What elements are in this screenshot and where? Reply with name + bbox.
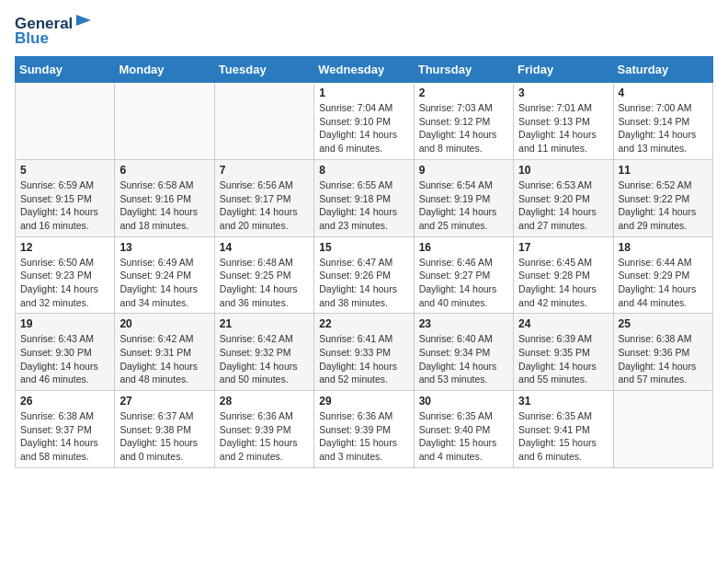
day-number: 31 <box>518 395 608 408</box>
weekday-header-monday: Monday <box>115 57 214 83</box>
day-number: 23 <box>419 317 508 330</box>
calendar-cell: 21Sunrise: 6:42 AMSunset: 9:32 PMDayligh… <box>214 314 313 391</box>
day-info: Sunrise: 6:47 AMSunset: 9:26 PMDaylight:… <box>319 256 408 310</box>
day-number: 7 <box>220 164 309 177</box>
weekday-header-sunday: Sunday <box>16 57 115 83</box>
day-number: 22 <box>319 317 408 330</box>
day-number: 10 <box>518 164 608 177</box>
day-info: Sunrise: 7:04 AMSunset: 9:10 PMDaylight:… <box>319 101 408 155</box>
calendar-cell: 29Sunrise: 6:36 AMSunset: 9:39 PMDayligh… <box>314 391 414 468</box>
day-number: 25 <box>619 317 708 330</box>
day-number: 12 <box>20 241 109 254</box>
day-info: Sunrise: 6:42 AMSunset: 9:31 PMDaylight:… <box>119 332 209 386</box>
calendar-cell: 23Sunrise: 6:40 AMSunset: 9:34 PMDayligh… <box>414 314 513 391</box>
day-number: 13 <box>119 241 209 254</box>
day-number: 15 <box>319 241 408 254</box>
day-number: 26 <box>20 395 109 408</box>
calendar-week-row: 12Sunrise: 6:50 AMSunset: 9:23 PMDayligh… <box>16 236 713 314</box>
day-info: Sunrise: 6:35 AMSunset: 9:41 PMDaylight:… <box>518 409 608 464</box>
day-number: 2 <box>419 86 508 99</box>
day-number: 21 <box>220 317 309 330</box>
weekday-header-tuesday: Tuesday <box>214 57 313 83</box>
day-number: 30 <box>419 395 508 408</box>
day-number: 5 <box>20 164 109 177</box>
day-info: Sunrise: 6:46 AMSunset: 9:27 PMDaylight:… <box>419 256 508 310</box>
day-info: Sunrise: 6:44 AMSunset: 9:29 PMDaylight:… <box>619 256 708 310</box>
calendar-cell: 5Sunrise: 6:59 AMSunset: 9:15 PMDaylight… <box>16 159 115 236</box>
day-info: Sunrise: 7:03 AMSunset: 9:12 PMDaylight:… <box>419 101 508 155</box>
calendar-cell: 30Sunrise: 6:35 AMSunset: 9:40 PMDayligh… <box>414 391 513 468</box>
day-info: Sunrise: 6:35 AMSunset: 9:40 PMDaylight:… <box>419 409 508 464</box>
day-number: 20 <box>119 317 209 330</box>
logo-flag-icon <box>74 13 93 31</box>
day-number: 24 <box>518 317 608 330</box>
day-info: Sunrise: 6:43 AMSunset: 9:30 PMDaylight:… <box>20 332 109 386</box>
calendar-cell: 18Sunrise: 6:44 AMSunset: 9:29 PMDayligh… <box>613 236 712 314</box>
calendar-cell: 28Sunrise: 6:36 AMSunset: 9:39 PMDayligh… <box>214 391 313 468</box>
calendar-cell: 24Sunrise: 6:39 AMSunset: 9:35 PMDayligh… <box>514 314 613 391</box>
day-info: Sunrise: 6:38 AMSunset: 9:37 PMDaylight:… <box>20 409 109 464</box>
calendar-cell <box>16 83 115 160</box>
calendar-cell <box>214 83 313 160</box>
calendar-cell: 20Sunrise: 6:42 AMSunset: 9:31 PMDayligh… <box>115 314 214 391</box>
day-number: 16 <box>419 241 508 254</box>
calendar-week-row: 26Sunrise: 6:38 AMSunset: 9:37 PMDayligh… <box>16 391 713 468</box>
calendar-cell: 31Sunrise: 6:35 AMSunset: 9:41 PMDayligh… <box>514 391 613 468</box>
calendar-cell: 22Sunrise: 6:41 AMSunset: 9:33 PMDayligh… <box>314 314 414 391</box>
calendar-cell: 9Sunrise: 6:54 AMSunset: 9:19 PMDaylight… <box>414 159 513 236</box>
day-info: Sunrise: 7:00 AMSunset: 9:14 PMDaylight:… <box>619 101 708 155</box>
day-number: 9 <box>419 164 508 177</box>
day-number: 6 <box>119 164 209 177</box>
calendar-cell: 4Sunrise: 7:00 AMSunset: 9:14 PMDaylight… <box>613 83 712 160</box>
svg-marker-0 <box>76 15 91 26</box>
calendar-cell: 17Sunrise: 6:45 AMSunset: 9:28 PMDayligh… <box>514 236 613 314</box>
day-info: Sunrise: 6:59 AMSunset: 9:15 PMDaylight:… <box>20 178 109 233</box>
day-number: 8 <box>319 164 408 177</box>
day-info: Sunrise: 6:36 AMSunset: 9:39 PMDaylight:… <box>220 409 309 464</box>
calendar-cell: 13Sunrise: 6:49 AMSunset: 9:24 PMDayligh… <box>115 236 214 314</box>
calendar-cell: 11Sunrise: 6:52 AMSunset: 9:22 PMDayligh… <box>613 159 712 236</box>
day-number: 28 <box>220 395 309 408</box>
calendar-week-row: 5Sunrise: 6:59 AMSunset: 9:15 PMDaylight… <box>16 159 713 236</box>
calendar-table: SundayMondayTuesdayWednesdayThursdayFrid… <box>15 56 713 468</box>
day-number: 18 <box>619 241 708 254</box>
day-info: Sunrise: 6:55 AMSunset: 9:18 PMDaylight:… <box>319 178 408 233</box>
calendar-week-row: 19Sunrise: 6:43 AMSunset: 9:30 PMDayligh… <box>16 314 713 391</box>
calendar-cell: 27Sunrise: 6:37 AMSunset: 9:38 PMDayligh… <box>115 391 214 468</box>
calendar-cell <box>613 391 712 468</box>
calendar-cell: 14Sunrise: 6:48 AMSunset: 9:25 PMDayligh… <box>214 236 313 314</box>
day-info: Sunrise: 6:41 AMSunset: 9:33 PMDaylight:… <box>319 332 408 386</box>
weekday-header-wednesday: Wednesday <box>314 57 414 83</box>
weekday-header-friday: Friday <box>514 57 613 83</box>
day-number: 17 <box>518 241 608 254</box>
day-info: Sunrise: 6:38 AMSunset: 9:36 PMDaylight:… <box>619 332 708 386</box>
day-number: 4 <box>619 86 708 99</box>
day-number: 27 <box>119 395 209 408</box>
day-info: Sunrise: 6:52 AMSunset: 9:22 PMDaylight:… <box>619 178 708 233</box>
calendar-cell: 26Sunrise: 6:38 AMSunset: 9:37 PMDayligh… <box>16 391 115 468</box>
calendar-cell: 25Sunrise: 6:38 AMSunset: 9:36 PMDayligh… <box>613 314 712 391</box>
day-number: 19 <box>20 317 109 330</box>
day-number: 11 <box>619 164 708 177</box>
logo: General Blue <box>15 15 93 47</box>
day-number: 1 <box>319 86 408 99</box>
logo-container: General Blue <box>15 15 93 47</box>
day-info: Sunrise: 6:58 AMSunset: 9:16 PMDaylight:… <box>119 178 209 233</box>
calendar-cell: 6Sunrise: 6:58 AMSunset: 9:16 PMDaylight… <box>115 159 214 236</box>
day-number: 3 <box>518 86 608 99</box>
day-info: Sunrise: 7:01 AMSunset: 9:13 PMDaylight:… <box>518 101 608 155</box>
day-info: Sunrise: 6:48 AMSunset: 9:25 PMDaylight:… <box>220 256 309 310</box>
day-info: Sunrise: 6:53 AMSunset: 9:20 PMDaylight:… <box>518 178 608 233</box>
day-info: Sunrise: 6:50 AMSunset: 9:23 PMDaylight:… <box>20 256 109 310</box>
day-info: Sunrise: 6:36 AMSunset: 9:39 PMDaylight:… <box>319 409 408 464</box>
day-info: Sunrise: 6:56 AMSunset: 9:17 PMDaylight:… <box>220 178 309 233</box>
day-info: Sunrise: 6:54 AMSunset: 9:19 PMDaylight:… <box>419 178 508 233</box>
day-info: Sunrise: 6:42 AMSunset: 9:32 PMDaylight:… <box>220 332 309 386</box>
calendar-cell: 19Sunrise: 6:43 AMSunset: 9:30 PMDayligh… <box>16 314 115 391</box>
calendar-cell: 8Sunrise: 6:55 AMSunset: 9:18 PMDaylight… <box>314 159 414 236</box>
day-info: Sunrise: 6:37 AMSunset: 9:38 PMDaylight:… <box>119 409 209 464</box>
day-info: Sunrise: 6:49 AMSunset: 9:24 PMDaylight:… <box>119 256 209 310</box>
weekday-header-row: SundayMondayTuesdayWednesdayThursdayFrid… <box>16 57 713 83</box>
weekday-header-saturday: Saturday <box>613 57 712 83</box>
day-info: Sunrise: 6:40 AMSunset: 9:34 PMDaylight:… <box>419 332 508 386</box>
